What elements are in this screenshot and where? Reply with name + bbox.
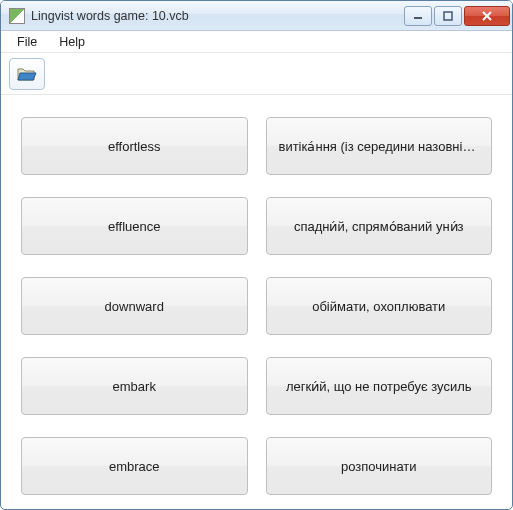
maximize-icon (443, 11, 453, 21)
close-button[interactable] (464, 6, 510, 26)
word-grid: effortless витіка́ння (із середини назов… (1, 95, 512, 509)
word-left-0[interactable]: effortless (21, 117, 248, 175)
close-icon (481, 11, 493, 21)
svg-rect-1 (444, 12, 452, 20)
word-label: розпочинати (341, 459, 417, 474)
word-left-3[interactable]: embark (21, 357, 248, 415)
word-right-2[interactable]: обіймати, охоплювати (266, 277, 493, 335)
app-window: Lingvist words game: 10.vcb File Help (0, 0, 513, 510)
word-label: effortless (108, 139, 161, 154)
word-left-2[interactable]: downward (21, 277, 248, 335)
word-right-1[interactable]: спадни́й, спрямо́ваний уни́з (266, 197, 493, 255)
word-label: витіка́ння (із середини назовні), випром… (279, 139, 480, 154)
minimize-icon (413, 11, 423, 21)
menu-file[interactable]: File (7, 33, 47, 51)
word-label: легки́й, що не потребує зусиль (286, 379, 472, 394)
window-title: Lingvist words game: 10.vcb (31, 9, 404, 23)
maximize-button[interactable] (434, 6, 462, 26)
app-icon (9, 8, 25, 24)
menubar: File Help (1, 31, 512, 53)
word-label: спадни́й, спрямо́ваний уни́з (294, 219, 464, 234)
open-file-button[interactable] (9, 58, 45, 90)
word-label: downward (105, 299, 164, 314)
word-label: обіймати, охоплювати (312, 299, 445, 314)
minimize-button[interactable] (404, 6, 432, 26)
word-right-3[interactable]: легки́й, що не потребує зусиль (266, 357, 493, 415)
window-controls (404, 6, 510, 26)
word-left-4[interactable]: embrace (21, 437, 248, 495)
folder-open-icon (17, 66, 37, 82)
word-label: embark (113, 379, 156, 394)
toolbar (1, 53, 512, 95)
titlebar: Lingvist words game: 10.vcb (1, 1, 512, 31)
word-label: embrace (109, 459, 160, 474)
menu-help[interactable]: Help (49, 33, 95, 51)
word-right-0[interactable]: витіка́ння (із середини назовні), випром… (266, 117, 493, 175)
word-right-4[interactable]: розпочинати (266, 437, 493, 495)
word-left-1[interactable]: effluence (21, 197, 248, 255)
word-label: effluence (108, 219, 161, 234)
